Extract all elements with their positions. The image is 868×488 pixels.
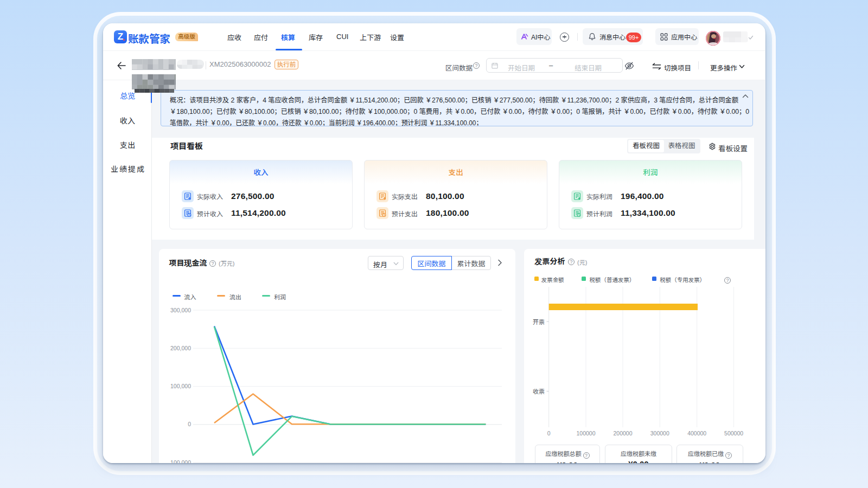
svg-text:400000: 400000 bbox=[687, 430, 706, 436]
svg-text:0: 0 bbox=[188, 421, 191, 427]
svg-text:500000: 500000 bbox=[724, 430, 743, 436]
svg-text:100000: 100000 bbox=[576, 430, 595, 436]
svg-text:100,000: 100,000 bbox=[170, 383, 191, 389]
svg-text:300000: 300000 bbox=[650, 430, 669, 436]
svg-text:200000: 200000 bbox=[613, 430, 632, 436]
svg-text:0: 0 bbox=[547, 430, 551, 436]
svg-text:200,000: 200,000 bbox=[170, 345, 191, 351]
svg-text:收票: 收票 bbox=[533, 387, 545, 395]
svg-text:300,000: 300,000 bbox=[170, 307, 191, 313]
svg-text:开票: 开票 bbox=[533, 317, 545, 326]
svg-text:-100,000: -100,000 bbox=[169, 459, 192, 463]
